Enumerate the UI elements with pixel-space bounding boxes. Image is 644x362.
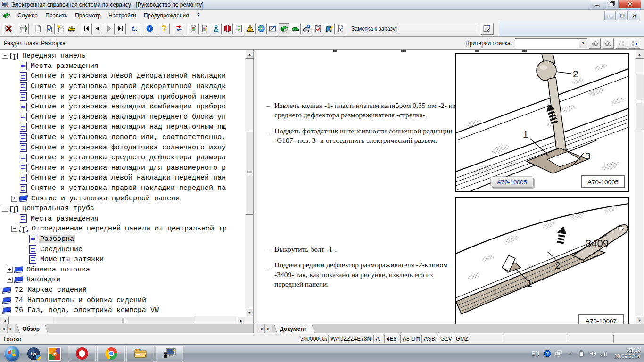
list-document-button[interactable] bbox=[233, 23, 244, 34]
combo-dropdown-button[interactable]: ▼ bbox=[579, 39, 587, 48]
tree-expander-icon[interactable] bbox=[7, 277, 13, 283]
tab-scroll-right-icon[interactable]: ▶ bbox=[8, 324, 15, 333]
green-car-button[interactable] bbox=[290, 23, 301, 34]
tree-item[interactable]: Отсоединение передней панели от централь… bbox=[0, 224, 245, 234]
tab-document[interactable]: Документ bbox=[274, 324, 315, 333]
tree-item[interactable]: Места размещения bbox=[0, 61, 245, 72]
network-signal-icon[interactable] bbox=[600, 350, 608, 357]
tree-expander-icon[interactable] bbox=[2, 53, 8, 59]
puzzle-document-button[interactable] bbox=[199, 23, 210, 34]
tree-item[interactable]: Снятие и установка правой накладки перед… bbox=[0, 183, 245, 194]
tree-item[interactable]: Моменты затяжки bbox=[0, 255, 245, 265]
tree-item[interactable]: Места размещения bbox=[0, 214, 245, 224]
tree-expander-icon[interactable] bbox=[2, 206, 8, 212]
tree-expander-icon[interactable] bbox=[7, 267, 13, 273]
vehicle-button[interactable] bbox=[66, 23, 77, 34]
search-forward-button[interactable] bbox=[589, 38, 601, 49]
doc-restore-button[interactable]: ❐ bbox=[617, 11, 628, 20]
box-edit-button[interactable] bbox=[267, 23, 278, 34]
menu-item[interactable]: Править bbox=[41, 11, 71, 20]
menu-item[interactable]: Предупреждения bbox=[140, 11, 193, 20]
display-switch-icon[interactable] bbox=[555, 350, 562, 357]
picasa-button[interactable] bbox=[47, 346, 61, 361]
red-book-button[interactable] bbox=[222, 23, 233, 34]
tab-scroll-left-icon[interactable]: ◀ bbox=[0, 324, 8, 333]
tree-horizontal-scrollbar[interactable]: ◀ ▶ bbox=[0, 316, 245, 324]
close-button[interactable]: ✕ bbox=[619, 0, 641, 8]
tree-item[interactable]: Снятие и установка левого или, соответст… bbox=[0, 132, 245, 143]
start-button[interactable] bbox=[4, 346, 20, 362]
opera-taskbar-button[interactable] bbox=[68, 346, 96, 362]
menu-item[interactable]: ? bbox=[193, 11, 204, 20]
tree-item[interactable]: Снятие и установка накладки переднего бл… bbox=[0, 112, 245, 123]
list-next-button[interactable] bbox=[628, 38, 640, 49]
tree-item[interactable]: Передняя панель bbox=[0, 51, 245, 61]
swap-button[interactable] bbox=[173, 23, 184, 34]
document-scroll-thumb[interactable] bbox=[635, 74, 644, 130]
tree-item[interactable]: Соединение bbox=[0, 244, 245, 255]
menu-item[interactable]: Просмотр bbox=[71, 11, 105, 20]
language-indicator[interactable]: EN bbox=[531, 350, 539, 357]
tree-item[interactable]: Снятие и установка фотодатчика солнечног… bbox=[0, 142, 245, 153]
document-help-button[interactable]: ? bbox=[335, 23, 346, 34]
figure-button[interactable] bbox=[211, 23, 222, 34]
tree-item[interactable]: 76 Газ, вода, электрика кемпера VW bbox=[0, 305, 245, 316]
new-note-button[interactable] bbox=[55, 23, 66, 34]
nav-prev-button[interactable] bbox=[92, 23, 103, 34]
restore-button[interactable] bbox=[605, 0, 619, 8]
tree-item[interactable]: Снятие и установка накладки для равномер… bbox=[0, 163, 245, 173]
list-prev-button[interactable] bbox=[615, 38, 627, 49]
globe-button[interactable] bbox=[256, 23, 267, 34]
clock[interactable]: 23:09 20.09.2014 bbox=[614, 347, 640, 360]
help-button[interactable]: ? bbox=[159, 23, 170, 34]
image-document-button[interactable] bbox=[188, 23, 199, 34]
tree-item[interactable]: Снятие и установка дефлектора приборной … bbox=[0, 91, 245, 102]
nav-next-button[interactable] bbox=[104, 23, 115, 34]
search-backward-button[interactable] bbox=[602, 38, 614, 49]
tree-item[interactable]: Центральная труба bbox=[0, 204, 245, 214]
menu-item[interactable]: Настройки bbox=[105, 11, 140, 20]
tree-item[interactable]: Обшивка потолка bbox=[0, 264, 245, 275]
nav-last-button[interactable] bbox=[115, 23, 126, 34]
minimize-button[interactable] bbox=[590, 0, 604, 8]
search-criteria-combo[interactable]: ▼ bbox=[515, 38, 587, 49]
tab-overview[interactable]: Обзор bbox=[17, 324, 48, 333]
document-check-button[interactable] bbox=[44, 23, 55, 34]
scroll-up-button[interactable]: ▲ bbox=[635, 50, 644, 59]
info-button[interactable]: i bbox=[144, 23, 155, 34]
tree-item[interactable]: Снятие и установка среднего дефлектора р… bbox=[0, 153, 245, 163]
elsawin-taskbar-button[interactable] bbox=[156, 346, 183, 362]
explorer-taskbar-button[interactable] bbox=[126, 346, 154, 362]
menu-item[interactable]: Служба bbox=[14, 11, 41, 20]
tree-item[interactable]: Снятие и установка накладки комбинации п… bbox=[0, 102, 245, 112]
jump-back-button[interactable]: t.. bbox=[130, 23, 140, 34]
tree-item[interactable]: Накладки bbox=[0, 275, 245, 285]
tree-vertical-scrollbar[interactable]: ▲ ▼ bbox=[245, 50, 253, 316]
tab-scroll-right-icon[interactable]: ▶ bbox=[265, 324, 272, 333]
tree-item[interactable]: 74 Наполнитель и обивка сидений bbox=[0, 295, 245, 305]
tree-item[interactable]: Снятие и установка левой накладки передн… bbox=[0, 173, 245, 183]
tree-item[interactable]: Снятие и установка приборной панели bbox=[0, 193, 245, 204]
doc-minimize-button[interactable]: — bbox=[604, 11, 616, 20]
hp-support-button[interactable]: hp bbox=[26, 346, 41, 361]
nav-first-button[interactable] bbox=[81, 23, 92, 34]
checklist-button[interactable] bbox=[313, 23, 323, 34]
help-tray-icon[interactable]: ? bbox=[544, 350, 551, 357]
edit-note-button[interactable] bbox=[480, 23, 494, 35]
figure-tag-button[interactable]: A70-10005 bbox=[491, 177, 535, 189]
order-note-input[interactable] bbox=[399, 24, 477, 33]
hidden-icons-chevron[interactable] bbox=[566, 350, 574, 357]
print-button[interactable] bbox=[18, 23, 29, 34]
doc-close-button[interactable]: ✕ bbox=[629, 11, 640, 20]
tree-item[interactable]: Снятие и установка правой декоративной н… bbox=[0, 82, 245, 92]
new-document-button[interactable] bbox=[33, 23, 43, 34]
tree-item[interactable]: 72 Каркас сидений bbox=[0, 285, 245, 296]
document-vertical-scrollbar[interactable]: ▲ ▼ bbox=[635, 50, 643, 324]
repair-manual-button[interactable] bbox=[279, 23, 289, 34]
tree-item[interactable]: Снятие и установка накладки над перчаточ… bbox=[0, 122, 245, 132]
chrome-taskbar-button[interactable] bbox=[97, 346, 125, 362]
warning-button[interactable] bbox=[245, 23, 256, 34]
exit-button[interactable] bbox=[3, 23, 14, 34]
volume-icon[interactable] bbox=[589, 350, 596, 357]
tree-item[interactable]: Снятие и установка левой декоративной на… bbox=[0, 71, 245, 82]
